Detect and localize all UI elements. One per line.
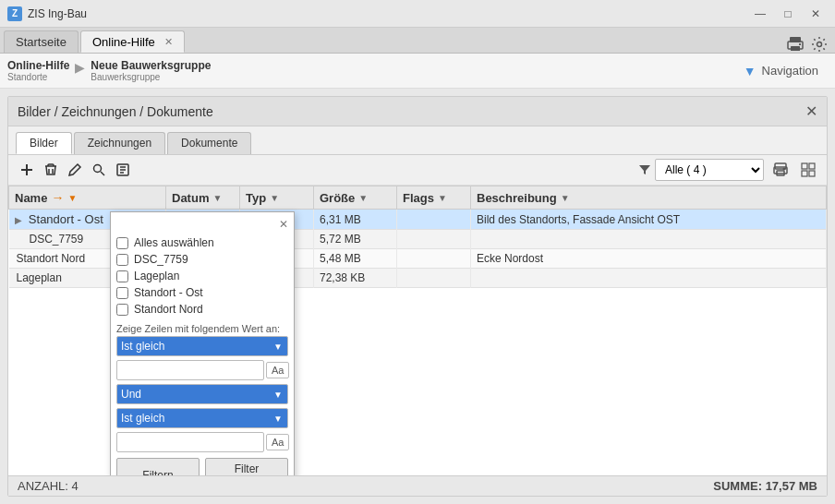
- print-button[interactable]: [787, 36, 804, 53]
- filter-section-label: Zeige Zeilen mit folgendem Wert an:: [116, 323, 288, 334]
- edit-button[interactable]: [64, 159, 86, 181]
- filter-clear-button[interactable]: Filter entfernen: [205, 458, 288, 475]
- cell-flags: [397, 249, 471, 269]
- filter-combo1[interactable]: Ist gleich Enthält Beginnt mit Endet mit: [116, 336, 288, 356]
- trash-icon: [43, 162, 58, 177]
- col-groesse[interactable]: Größe ▼: [314, 186, 397, 210]
- filter-combo2-wrap[interactable]: Ist gleich Enthält Beginnt mit Endet mit: [116, 408, 288, 428]
- tab-zeichnungen[interactable]: Zeichnungen: [74, 132, 165, 154]
- close-window-button[interactable]: ✕: [804, 6, 828, 22]
- filter-checkbox-all[interactable]: Alles auswählen: [116, 234, 288, 251]
- svg-point-16: [783, 168, 785, 170]
- cell-flags: [397, 269, 471, 288]
- tab-startseite[interactable]: Startseite: [4, 30, 79, 53]
- row-name: Standort - Ost: [29, 212, 103, 226]
- tab-bar: Startseite Online-Hilfe ✕: [0, 28, 835, 54]
- tab-startseite-label: Startseite: [16, 35, 67, 49]
- breadcrumb-online-hilfe-main: Online-Hilfe: [7, 59, 69, 72]
- filter-dropdown-close[interactable]: ✕: [279, 218, 288, 231]
- settings-button[interactable]: [811, 36, 828, 53]
- col-flags[interactable]: Flags ▼: [397, 186, 471, 210]
- breadcrumb-bar: Online-Hilfe Standorte ▶ Neue Bauwerksgr…: [0, 54, 835, 89]
- svg-rect-3: [799, 43, 801, 45]
- tab-online-hilfe-close[interactable]: ✕: [164, 36, 173, 48]
- checkbox-standort-nord[interactable]: [116, 304, 128, 316]
- navigation-button[interactable]: ▼ Navigation: [734, 60, 828, 82]
- svg-rect-2: [791, 46, 800, 51]
- cell-groesse: 5,48 MB: [314, 249, 397, 269]
- status-sum: SUMME: 17,57 MB: [713, 479, 817, 493]
- label-dsc7759: DSC_7759: [134, 253, 188, 266]
- checkbox-standort-ost[interactable]: [116, 287, 128, 299]
- delete-button[interactable]: [40, 159, 62, 181]
- col-typ[interactable]: Typ ▼: [240, 186, 314, 210]
- status-bar: ANZAHL: 4 SUMME: 17,57 MB: [8, 475, 827, 496]
- checkbox-dsc7759[interactable]: [116, 254, 128, 266]
- filter-checkbox-dsc7759[interactable]: DSC_7759: [116, 251, 288, 268]
- grid-view-button[interactable]: [797, 159, 819, 181]
- filter-input2[interactable]: [116, 432, 264, 452]
- import-button[interactable]: [112, 159, 134, 181]
- cell-groesse: 5,72 MB: [314, 230, 397, 249]
- filter-aa1-button[interactable]: Aa: [266, 362, 289, 378]
- col-typ-filter[interactable]: ▼: [270, 193, 279, 203]
- add-button[interactable]: [16, 159, 38, 181]
- app-title: ZIS Ing-Bau: [28, 7, 87, 20]
- col-beschreibung[interactable]: Beschreibung ▼: [471, 186, 827, 210]
- col-name[interactable]: Name → ▼: [9, 186, 166, 210]
- col-groesse-filter[interactable]: ▼: [358, 193, 368, 203]
- checkbox-lageplan[interactable]: [116, 270, 128, 282]
- dialog-header: Bilder / Zeichnungen / Dokumente ✕: [8, 97, 827, 126]
- tab-online-hilfe[interactable]: Online-Hilfe ✕: [80, 30, 185, 53]
- print-table-button[interactable]: [769, 159, 792, 181]
- filter-nav-icon: ▼: [744, 64, 756, 78]
- filter-combo2[interactable]: Ist gleich Enthält Beginnt mit Endet mit: [116, 408, 288, 428]
- filter-input1[interactable]: [116, 360, 264, 380]
- cell-beschreibung: Ecke Nordost: [471, 249, 827, 269]
- plus-icon: [19, 162, 34, 177]
- label-lageplan: Lageplan: [134, 270, 179, 282]
- svg-line-8: [101, 172, 104, 175]
- col-beschreibung-filter[interactable]: ▼: [561, 193, 570, 203]
- import-icon: [115, 162, 130, 177]
- cell-beschreibung: [471, 230, 827, 249]
- filter-checkbox-standort-nord[interactable]: Standort Nord: [116, 301, 288, 318]
- col-datum[interactable]: Datum ▼: [166, 186, 240, 210]
- main-area: Bilder / Zeichnungen / Dokumente ✕ Bilde…: [0, 89, 835, 504]
- filter-aa2-button[interactable]: Aa: [266, 434, 289, 450]
- filter-und-wrap[interactable]: Und Oder: [116, 384, 288, 404]
- search-button[interactable]: [88, 159, 110, 181]
- filter-checkbox-lageplan[interactable]: Lageplan: [116, 268, 288, 284]
- checkbox-all[interactable]: [116, 237, 128, 249]
- col-name-label: Name: [15, 191, 47, 205]
- label-standort-nord: Standort Nord: [134, 303, 203, 316]
- minimize-button[interactable]: —: [748, 6, 772, 22]
- filter-und-select[interactable]: Und Oder: [116, 384, 288, 404]
- col-typ-label: Typ: [246, 191, 266, 205]
- expand-icon[interactable]: ▶: [15, 215, 22, 225]
- filter-dropdown-select[interactable]: Alle ( 4 ) Bilder Zeichnungen Dokumente: [655, 159, 764, 181]
- col-datum-filter[interactable]: ▼: [212, 193, 222, 203]
- cell-groesse: 6,31 MB: [314, 210, 397, 230]
- svg-rect-19: [802, 171, 807, 176]
- col-flags-filter[interactable]: ▼: [438, 193, 447, 203]
- tab-bilder[interactable]: Bilder: [16, 132, 72, 154]
- gear-icon: [811, 36, 828, 53]
- edit-icon: [67, 162, 82, 177]
- inner-tab-bar: Bilder Zeichnungen Dokumente: [8, 126, 827, 155]
- tab-online-hilfe-label: Online-Hilfe: [92, 35, 155, 49]
- filter-combo1-wrap[interactable]: Ist gleich Enthält Beginnt mit Endet mit: [116, 336, 288, 356]
- status-count: ANZAHL: 4: [18, 479, 79, 493]
- filter-checkbox-standort-ost[interactable]: Standort - Ost: [116, 284, 288, 301]
- breadcrumb-arrow: ▶: [75, 60, 85, 75]
- filter-apply-button[interactable]: Filtern: [116, 458, 200, 475]
- filter-select[interactable]: Alle ( 4 ) Bilder Zeichnungen Dokumente: [638, 159, 764, 181]
- col-name-filter[interactable]: ▼: [67, 193, 77, 203]
- cell-flags: [397, 210, 471, 230]
- navigation-label: Navigation: [762, 64, 818, 78]
- tab-dokumente[interactable]: Dokumente: [167, 132, 251, 154]
- breadcrumb-bauwerksgruppe-main: Neue Bauwerksgruppe: [91, 59, 211, 72]
- dialog-close-button[interactable]: ✕: [805, 102, 817, 120]
- maximize-button[interactable]: □: [776, 6, 800, 22]
- dialog-title: Bilder / Zeichnungen / Dokumente: [18, 104, 213, 119]
